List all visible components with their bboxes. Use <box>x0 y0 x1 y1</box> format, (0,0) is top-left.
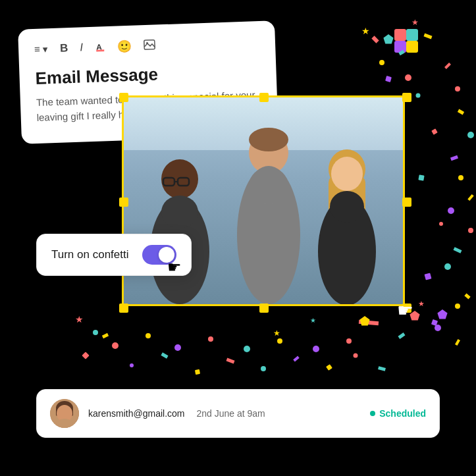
svg-rect-43 <box>464 294 470 300</box>
resize-handle-bottom-left[interactable] <box>119 304 128 313</box>
svg-point-84 <box>313 346 319 352</box>
svg-rect-51 <box>82 352 89 359</box>
status-label: Scheduled <box>379 408 426 419</box>
svg-rect-37 <box>450 155 458 161</box>
svg-rect-20 <box>406 29 418 41</box>
svg-rect-1 <box>96 49 104 51</box>
bold-icon[interactable]: B <box>60 41 68 55</box>
svg-rect-45 <box>398 332 405 339</box>
svg-rect-57 <box>293 356 299 362</box>
emoji-icon[interactable]: 🙂 <box>117 39 132 54</box>
scheduled-email: karensmith@gmail.com <box>88 408 184 419</box>
svg-point-56 <box>261 366 266 371</box>
resize-handle-top-right[interactable] <box>402 93 411 102</box>
scheduled-card: karensmith@gmail.com 2nd June at 9am Sch… <box>36 389 440 438</box>
svg-point-76 <box>435 325 441 331</box>
svg-point-71 <box>458 175 463 180</box>
svg-text:★: ★ <box>310 317 316 324</box>
svg-point-9 <box>161 196 198 228</box>
svg-rect-47 <box>455 339 460 346</box>
editor-toolbar: ≡ ▾ B I A 🙂 <box>34 34 260 57</box>
person-right <box>311 140 383 304</box>
svg-rect-22 <box>406 41 418 53</box>
resize-handle-top-left[interactable] <box>119 93 128 102</box>
brand-icon <box>394 29 418 53</box>
resize-handle-top-mid[interactable] <box>259 93 269 102</box>
svg-point-74 <box>444 263 451 270</box>
svg-point-11 <box>249 128 288 151</box>
svg-rect-53 <box>161 352 168 358</box>
svg-point-16 <box>331 157 363 191</box>
svg-rect-46 <box>431 319 438 326</box>
svg-rect-28 <box>55 421 74 428</box>
resize-cursor-icon: ☛ <box>397 300 413 321</box>
status-dot <box>370 411 375 416</box>
svg-point-18 <box>330 191 364 223</box>
svg-point-34 <box>416 93 421 98</box>
svg-rect-33 <box>444 63 451 69</box>
person-center <box>226 120 311 304</box>
svg-text:★: ★ <box>418 300 425 307</box>
font-color-icon[interactable]: A <box>95 41 106 54</box>
svg-point-40 <box>439 222 443 226</box>
svg-rect-35 <box>458 109 464 115</box>
svg-point-75 <box>455 304 460 309</box>
svg-marker-88 <box>383 34 393 43</box>
svg-point-69 <box>455 86 460 92</box>
svg-point-52 <box>130 363 134 367</box>
svg-point-78 <box>112 342 119 349</box>
svg-rect-49 <box>378 366 386 371</box>
resize-handle-mid-right[interactable] <box>402 198 411 207</box>
svg-rect-54 <box>195 369 200 375</box>
svg-rect-44 <box>359 320 379 326</box>
svg-point-73 <box>468 228 473 233</box>
svg-marker-89 <box>437 309 447 319</box>
svg-point-81 <box>208 336 213 342</box>
svg-marker-86 <box>359 316 369 325</box>
svg-rect-42 <box>424 273 431 280</box>
svg-rect-29 <box>371 36 379 43</box>
resize-handle-bottom-mid[interactable] <box>259 304 269 313</box>
svg-point-80 <box>174 344 181 351</box>
svg-text:★: ★ <box>411 18 419 27</box>
confetti-toggle[interactable]: ☛ <box>142 245 176 265</box>
svg-rect-21 <box>394 41 406 53</box>
svg-rect-36 <box>431 128 438 135</box>
scheduled-time: 2nd June at 9am <box>196 408 265 419</box>
image-icon[interactable] <box>144 39 156 52</box>
svg-point-68 <box>379 60 384 65</box>
svg-rect-32 <box>385 76 392 82</box>
avatar <box>50 399 79 428</box>
svg-text:★: ★ <box>273 329 280 338</box>
svg-rect-38 <box>418 174 424 180</box>
svg-point-85 <box>346 338 352 344</box>
svg-rect-19 <box>394 29 406 41</box>
svg-rect-31 <box>424 34 433 40</box>
resize-handle-mid-left[interactable] <box>119 198 128 207</box>
italic-icon[interactable]: I <box>80 41 83 54</box>
confetti-label: Turn on confetti <box>51 248 129 261</box>
svg-point-4 <box>161 159 198 199</box>
svg-point-77 <box>93 330 98 335</box>
svg-rect-41 <box>454 247 462 253</box>
svg-point-83 <box>277 338 282 344</box>
svg-point-48 <box>354 354 358 358</box>
svg-point-13 <box>249 167 288 204</box>
svg-rect-50 <box>102 333 109 338</box>
svg-point-82 <box>244 346 250 352</box>
email-title: Email Message <box>35 61 261 89</box>
align-left-icon[interactable]: ≡ ▾ <box>34 43 49 55</box>
svg-point-67 <box>405 74 411 81</box>
person-left <box>144 146 216 304</box>
scheduled-badge: Scheduled <box>370 408 426 419</box>
svg-point-70 <box>467 132 474 138</box>
svg-rect-55 <box>226 358 235 364</box>
cursor-hand-icon: ☛ <box>167 258 182 277</box>
confetti-toggle-card: Turn on confetti ☛ <box>36 234 192 276</box>
svg-point-72 <box>448 207 454 214</box>
svg-text:★: ★ <box>361 26 370 36</box>
svg-rect-39 <box>467 194 473 201</box>
svg-point-79 <box>145 333 151 338</box>
svg-text:★: ★ <box>75 314 84 325</box>
svg-rect-58 <box>326 364 332 371</box>
